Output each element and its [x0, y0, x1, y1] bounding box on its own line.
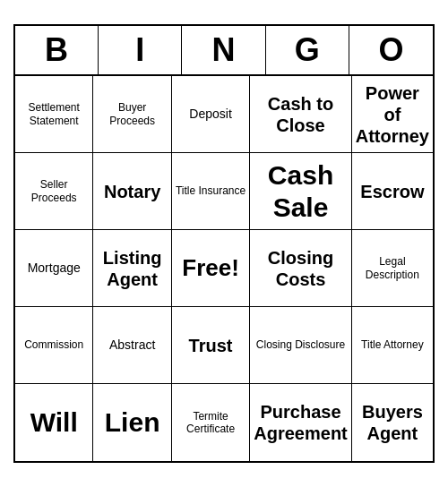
- bingo-cell: Mortgage: [15, 230, 93, 307]
- bingo-header: BINGO: [15, 26, 433, 76]
- bingo-cell: Notary: [93, 153, 171, 230]
- header-letter: I: [99, 26, 182, 74]
- header-letter: B: [15, 26, 99, 74]
- bingo-cell: Listing Agent: [93, 230, 171, 307]
- cell-text: Power of Attorney: [356, 82, 429, 147]
- cell-text: Title Attorney: [361, 338, 424, 351]
- bingo-cell: Will: [15, 384, 93, 461]
- cell-text: Trust: [189, 335, 233, 356]
- cell-text: Cash to Close: [254, 93, 347, 136]
- cell-text: Closing Costs: [254, 247, 347, 290]
- cell-text: Title Insurance: [176, 184, 246, 197]
- cell-text: Lien: [105, 406, 160, 439]
- bingo-cell: Title Attorney: [352, 307, 433, 384]
- bingo-cell: Trust: [172, 307, 250, 384]
- bingo-cell: Closing Disclosure: [250, 307, 351, 384]
- cell-text: Termite Certificate: [176, 410, 246, 436]
- cell-text: Deposit: [189, 107, 231, 122]
- cell-text: Buyer Proceeds: [97, 101, 167, 127]
- bingo-cell: Legal Description: [352, 230, 433, 307]
- bingo-cell: Buyer Proceeds: [93, 76, 171, 153]
- cell-text: Commission: [24, 338, 83, 351]
- bingo-cell: Deposit: [172, 76, 250, 153]
- bingo-cell: Escrow: [352, 153, 433, 230]
- bingo-card: BINGO Settlement StatementBuyer Proceeds…: [13, 24, 435, 463]
- cell-text: Cash Sale: [254, 159, 347, 224]
- bingo-cell: Commission: [15, 307, 93, 384]
- cell-text: Will: [30, 406, 78, 439]
- bingo-cell: Termite Certificate: [172, 384, 250, 461]
- cell-text: Abstract: [109, 337, 155, 353]
- bingo-cell: Abstract: [93, 307, 171, 384]
- bingo-cell: Closing Costs: [250, 230, 351, 307]
- bingo-grid: Settlement StatementBuyer ProceedsDeposi…: [15, 76, 433, 461]
- cell-text: Purchase Agreement: [254, 401, 347, 444]
- bingo-cell: Cash to Close: [250, 76, 351, 153]
- header-letter: N: [182, 26, 265, 74]
- cell-text: Free!: [182, 254, 239, 282]
- cell-text: Escrow: [360, 181, 424, 202]
- bingo-cell: Free!: [172, 230, 250, 307]
- cell-text: Closing Disclosure: [256, 338, 345, 351]
- cell-text: Notary: [104, 181, 160, 202]
- cell-text: Buyers Agent: [356, 401, 429, 444]
- bingo-cell: Lien: [93, 384, 171, 461]
- cell-text: Mortgage: [28, 261, 81, 276]
- bingo-cell: Purchase Agreement: [250, 384, 351, 461]
- bingo-cell: Buyers Agent: [352, 384, 433, 461]
- bingo-cell: Seller Proceeds: [15, 153, 93, 230]
- cell-text: Listing Agent: [97, 247, 167, 290]
- header-letter: O: [349, 26, 433, 74]
- cell-text: Settlement Statement: [19, 101, 89, 127]
- header-letter: G: [266, 26, 349, 74]
- bingo-cell: Cash Sale: [250, 153, 351, 230]
- bingo-cell: Power of Attorney: [352, 76, 433, 153]
- bingo-cell: Title Insurance: [172, 153, 250, 230]
- bingo-cell: Settlement Statement: [15, 76, 93, 153]
- cell-text: Legal Description: [356, 255, 429, 281]
- cell-text: Seller Proceeds: [19, 178, 89, 204]
